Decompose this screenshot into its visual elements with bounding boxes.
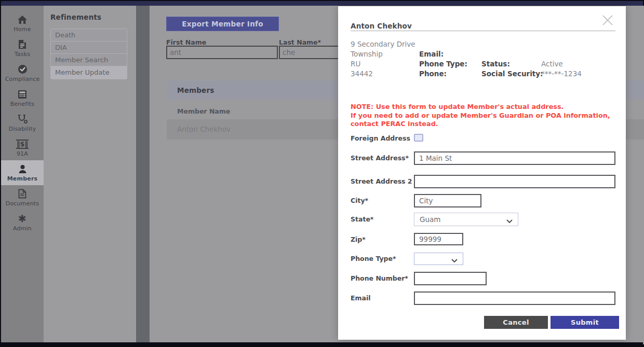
sidebar-item-label: Benefits — [10, 101, 35, 107]
ssn-label: Social Security: — [481, 70, 543, 78]
sidebar-item-label: Compliance — [5, 76, 40, 82]
sidebar-item-label: Home — [14, 26, 31, 33]
sidebar-item-label: 91A — [17, 150, 28, 157]
sidebar-item-label: Documents — [6, 200, 39, 207]
bottom-bar — [1, 342, 643, 346]
status-label: Status: — [481, 60, 510, 68]
phone-label: Phone: — [419, 70, 447, 78]
refinement-item-member-search[interactable]: Member Search — [51, 54, 127, 66]
zip-label: Zip* — [351, 235, 366, 243]
admin-icon: ✱ — [18, 214, 26, 224]
status-value: Active — [541, 60, 563, 68]
refinement-item-death[interactable]: Death — [51, 29, 127, 41]
sidebar-item-disability[interactable]: Disability — [1, 110, 44, 135]
address-line: RU — [351, 60, 360, 68]
update-note: NOTE: Use this form to update Member's a… — [351, 103, 610, 129]
refinements-list: Death DIA Member Search Member Update — [50, 29, 127, 79]
modal-title: Anton Chekhov — [351, 22, 412, 30]
disability-icon — [17, 114, 28, 124]
sidebar-item-label: Members — [7, 175, 38, 182]
chevron-down-icon — [451, 256, 458, 265]
refinement-item-dia[interactable]: DIA — [51, 41, 127, 54]
sidebar-item-compliance[interactable]: Compliance — [1, 61, 44, 86]
sidebar-item-admin[interactable]: ✱ Admin — [1, 210, 44, 235]
export-member-info-button[interactable]: Export Member Info — [166, 17, 279, 31]
ssn-value: ***-**-1234 — [541, 70, 582, 78]
members-icon — [18, 164, 28, 174]
phone-type-label: Phone Type: — [419, 60, 467, 68]
refinements-panel: Refinements Death DIA Member Search Memb… — [44, 6, 136, 344]
home-icon — [17, 15, 28, 25]
phone-type-form-label: Phone Type* — [351, 255, 396, 262]
phone-type-select[interactable] — [414, 253, 463, 265]
address-line: 34442 — [351, 70, 373, 78]
sidebar: Home Tasks Compliance Benefits Disabilit — [1, 6, 44, 344]
cancel-button[interactable]: Cancel — [484, 316, 548, 329]
sidebar-item-label: Admin — [13, 225, 32, 232]
first-name-input[interactable] — [166, 46, 278, 59]
member-update-modal: Anton Chekhov 9 Secondary Drive Township… — [338, 6, 626, 340]
sidebar-item-documents[interactable]: Documents — [1, 185, 44, 210]
email-input[interactable] — [414, 292, 615, 305]
last-name-label: Last Name* — [279, 38, 321, 46]
city-input[interactable] — [414, 194, 481, 207]
street-address2-label: Street Address 2 — [351, 177, 412, 185]
email-label: Email: — [419, 50, 444, 58]
phone-number-input[interactable] — [414, 272, 487, 285]
91a-icon: ∥$∥ — [16, 139, 29, 149]
sidebar-item-tasks[interactable]: Tasks — [1, 36, 44, 61]
top-navigation-bar — [1, 1, 643, 6]
app-window: Home Tasks Compliance Benefits Disabilit — [0, 0, 644, 347]
sidebar-item-benefits[interactable]: Benefits — [1, 86, 44, 110]
street-address2-input[interactable] — [414, 175, 615, 188]
city-label: City* — [351, 197, 368, 204]
sidebar-item-label: Tasks — [15, 51, 30, 58]
street-address-input[interactable] — [414, 151, 615, 165]
compliance-icon — [18, 64, 28, 75]
documents-icon — [18, 189, 27, 199]
benefits-icon — [18, 89, 27, 100]
close-icon[interactable] — [601, 13, 614, 27]
refinements-title: Refinements — [50, 13, 136, 21]
tasks-icon — [18, 39, 27, 50]
sidebar-item-members[interactable]: Members — [1, 160, 44, 185]
panel-divider — [136, 6, 150, 344]
sidebar-item-home[interactable]: Home — [1, 11, 44, 36]
submit-button[interactable]: Submit — [551, 316, 619, 329]
phone-number-label: Phone Number* — [351, 274, 408, 282]
sidebar-item-label: Disability — [9, 126, 36, 132]
email-form-label: Email — [351, 294, 371, 302]
zip-input[interactable] — [414, 233, 463, 245]
chevron-down-icon — [506, 217, 513, 225]
first-name-label: First Name — [166, 38, 206, 46]
state-label: State* — [351, 215, 373, 223]
foreign-address-label: Foreign Address — [351, 134, 410, 142]
refinement-item-member-update[interactable]: Member Update — [51, 66, 127, 79]
state-select[interactable]: Guam — [414, 213, 518, 226]
sidebar-item-91a[interactable]: ∥$∥ 91A — [1, 135, 44, 160]
address-line: 9 Secondary Drive — [351, 40, 415, 48]
address-line: Township — [351, 50, 383, 58]
modal-divider — [351, 31, 615, 31]
foreign-address-checkbox[interactable] — [414, 134, 423, 142]
street-address-label: Street Address* — [351, 154, 409, 162]
